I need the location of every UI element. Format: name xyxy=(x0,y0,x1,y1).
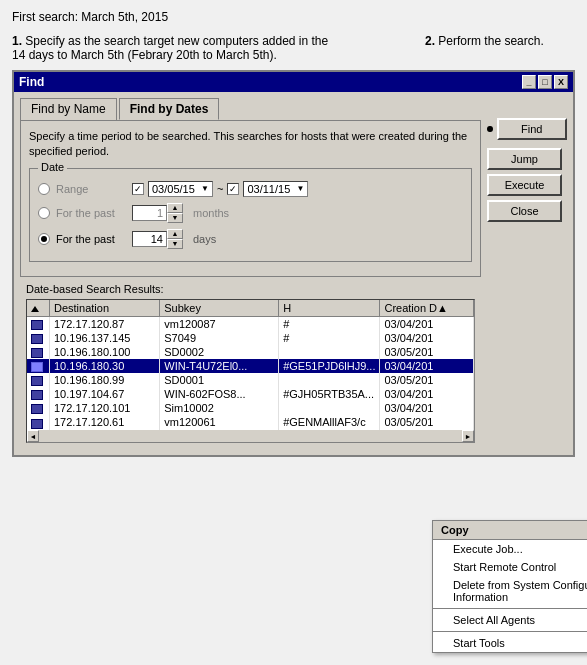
results-label: Date-based Search Results: xyxy=(26,283,475,295)
tab-find-by-dates[interactable]: Find by Dates xyxy=(119,98,220,120)
menu-item-label: Start Tools xyxy=(453,637,505,649)
range-radio[interactable] xyxy=(38,183,50,195)
months-down[interactable]: ▼ xyxy=(167,213,183,223)
host-icon xyxy=(31,419,43,429)
row-subkey: Sim10002 xyxy=(160,401,279,415)
days-up[interactable]: ▲ xyxy=(167,229,183,239)
row-dest: 172.17.120.101 xyxy=(50,401,160,415)
row-creation: 03/04/201 xyxy=(380,316,474,331)
menu-item-start-tools[interactable]: Start Tools xyxy=(433,634,587,652)
row-h: # xyxy=(279,331,380,345)
host-icon xyxy=(31,390,43,400)
row-creation: 03/05/201 xyxy=(380,415,474,429)
annotation-1-num: 1. xyxy=(12,34,22,48)
menu-separator-2 xyxy=(433,631,587,632)
results-section: Date-based Search Results: Destination S… xyxy=(20,277,481,449)
table-row[interactable]: 10.196.180.99 SD0001 03/05/201 xyxy=(27,373,474,387)
row-icon-cell xyxy=(27,316,50,331)
forpast-months-radio[interactable] xyxy=(38,207,50,219)
row-dest: 10.196.180.30 xyxy=(50,359,160,373)
row-subkey: vm120061 xyxy=(160,415,279,429)
col-sort[interactable] xyxy=(27,300,50,317)
context-menu-title: Copy xyxy=(433,521,587,540)
dialog-body: Find by Name Find by Dates Specify a tim… xyxy=(14,92,573,455)
date1-dropdown[interactable]: ▼ xyxy=(201,184,209,193)
menu-item-label: Start Remote Control xyxy=(453,561,556,573)
find-button[interactable]: Find xyxy=(497,118,567,140)
close-button[interactable]: Close xyxy=(487,200,562,222)
page-header: First search: March 5th, 2015 xyxy=(12,10,575,24)
dialog-title: Find xyxy=(19,75,44,89)
tab-find-by-name[interactable]: Find by Name xyxy=(20,98,117,120)
table-row[interactable]: 172.17.120.87 vm120087 # 03/04/201 xyxy=(27,316,474,331)
row-creation: 03/05/201 xyxy=(380,345,474,359)
days-down[interactable]: ▼ xyxy=(167,239,183,249)
dialog-sidebar: Find Jump Execute Close xyxy=(487,98,567,449)
execute-button[interactable]: Execute xyxy=(487,174,562,196)
col-subkey[interactable]: Subkey xyxy=(160,300,279,317)
date1-input[interactable]: 03/05/15 ▼ xyxy=(148,181,213,197)
date-group-label: Date xyxy=(38,161,67,173)
forpast-months-label: For the past xyxy=(56,207,126,219)
scroll-right-btn[interactable]: ► xyxy=(462,430,474,442)
table-row[interactable]: 172.17.120.101 Sim10002 03/04/201 xyxy=(27,401,474,415)
table-row[interactable]: 10.196.137.145 S7049 # 03/04/201 xyxy=(27,331,474,345)
annotation-2-text: Perform the search. xyxy=(438,34,543,48)
menu-separator xyxy=(433,608,587,609)
row-icon-cell xyxy=(27,387,50,401)
scroll-left-btn[interactable]: ◄ xyxy=(27,430,39,442)
table-row[interactable]: 10.196.180.100 SD0002 03/05/201 xyxy=(27,345,474,359)
months-up[interactable]: ▲ xyxy=(167,203,183,213)
table-row[interactable]: 172.17.120.61 vm120061 #GENMAlllAF3/c 03… xyxy=(27,415,474,429)
row-dest: 10.196.180.100 xyxy=(50,345,160,359)
context-menu: Copy Execute Job... ● Start Remote Contr… xyxy=(432,520,587,653)
row-h xyxy=(279,401,380,415)
row-dest: 172.17.120.61 xyxy=(50,415,160,429)
menu-item-delete[interactable]: Delete from System Configuration Informa… xyxy=(433,576,587,606)
row-dest: 10.197.104.67 xyxy=(50,387,160,401)
date2-dropdown[interactable]: ▼ xyxy=(297,184,305,193)
close-button[interactable]: X xyxy=(554,75,568,89)
days-spinner-buttons: ▲ ▼ xyxy=(167,229,183,249)
days-value[interactable] xyxy=(132,231,167,247)
months-value[interactable] xyxy=(132,205,167,221)
col-destination[interactable]: Destination xyxy=(50,300,160,317)
date2-checkbox[interactable] xyxy=(227,183,239,195)
menu-item-remote-control[interactable]: Start Remote Control xyxy=(433,558,587,576)
annotation-1-text: Specify as the search target new compute… xyxy=(12,34,328,62)
host-icon xyxy=(31,348,43,358)
table-header: Destination Subkey H Creation D▲ xyxy=(27,300,474,317)
scroll-track[interactable] xyxy=(39,430,462,442)
jump-button[interactable]: Jump xyxy=(487,148,562,170)
annotation-1: 1. Specify as the search target new comp… xyxy=(12,34,332,62)
maximize-button[interactable]: □ xyxy=(538,75,552,89)
host-icon xyxy=(31,404,43,414)
menu-item-label: Execute Job... xyxy=(453,543,523,555)
minimize-button[interactable]: _ xyxy=(522,75,536,89)
row-h xyxy=(279,373,380,387)
col-h[interactable]: H xyxy=(279,300,380,317)
date1-checkbox[interactable] xyxy=(132,183,144,195)
row-h: #GE51PJD6lHJ9... xyxy=(279,359,380,373)
table-row[interactable]: 10.197.104.67 WIN-602FOS8... #GJH05RTB35… xyxy=(27,387,474,401)
host-icon xyxy=(31,376,43,386)
find-indicator: Find xyxy=(487,118,567,140)
col-creation[interactable]: Creation D▲ xyxy=(380,300,474,317)
horizontal-scrollbar[interactable]: ◄ ► xyxy=(27,430,474,442)
forpast-days-radio[interactable] xyxy=(38,233,50,245)
row-icon-cell xyxy=(27,415,50,429)
tab-bar: Find by Name Find by Dates xyxy=(20,98,481,120)
title-bar-buttons: _ □ X xyxy=(522,75,568,89)
host-icon xyxy=(31,334,43,344)
row-subkey: vm120087 xyxy=(160,316,279,331)
find-dot xyxy=(487,126,493,132)
row-subkey: S7049 xyxy=(160,331,279,345)
row-h xyxy=(279,345,380,359)
annotation-2-num: 2. xyxy=(425,34,435,48)
date2-input[interactable]: 03/11/15 ▼ xyxy=(243,181,308,197)
row-creation: 03/04/201 xyxy=(380,401,474,415)
table-row-selected[interactable]: 10.196.180.30 WIN-T4U72El0... #GE51PJD6l… xyxy=(27,359,474,373)
row-icon-cell xyxy=(27,331,50,345)
menu-item-execute-job[interactable]: Execute Job... ● xyxy=(433,540,587,558)
menu-item-select-all[interactable]: Select All Agents xyxy=(433,611,587,629)
